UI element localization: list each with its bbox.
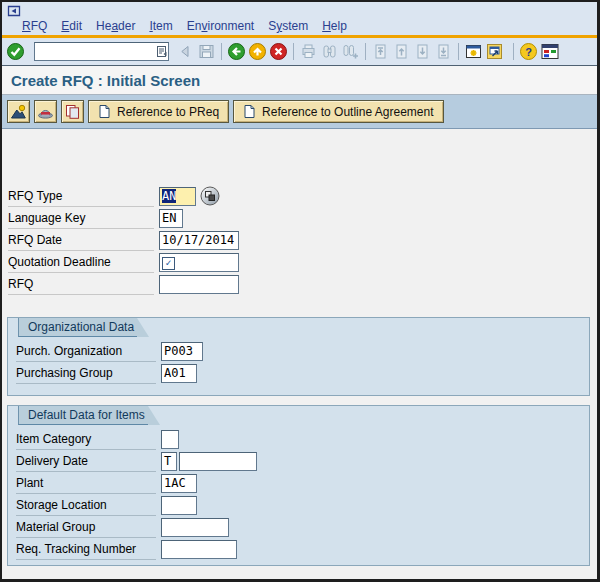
reference-to-outline-agreement-button[interactable]: Reference to Outline Agreement bbox=[233, 100, 443, 123]
storage-location-field[interactable] bbox=[161, 496, 197, 515]
button-label: Reference to Outline Agreement bbox=[262, 105, 433, 119]
purchasing-group-field[interactable]: A01 bbox=[161, 364, 197, 383]
language-key-field[interactable]: EN bbox=[159, 209, 183, 228]
copy-icon bbox=[64, 103, 81, 120]
toolbar-separator bbox=[221, 43, 222, 60]
delivery-date-field[interactable]: T bbox=[161, 452, 177, 471]
plant-label: Plant bbox=[16, 473, 156, 494]
create-shortcut-icon[interactable] bbox=[484, 41, 505, 62]
main-field-group: RFQ TypeANLanguage KeyENRFQ Date10/17/20… bbox=[8, 185, 239, 295]
document-icon bbox=[98, 104, 111, 119]
last-page-icon[interactable] bbox=[433, 41, 454, 62]
group-title: Default Data for Items bbox=[18, 406, 148, 425]
field-row: Storage Location bbox=[16, 494, 589, 516]
required-entry-icon: ✓ bbox=[162, 257, 175, 270]
window-top-strip bbox=[2, 2, 597, 17]
field-row: RFQ TypeAN bbox=[8, 185, 239, 207]
header-details-icon bbox=[10, 104, 27, 119]
page-up-icon[interactable] bbox=[391, 41, 412, 62]
group-title: Organizational Data bbox=[18, 318, 137, 337]
find-icon[interactable] bbox=[319, 41, 340, 62]
item-overview-icon bbox=[37, 104, 54, 119]
group-tab-slant bbox=[148, 406, 160, 425]
menu-item-header[interactable]: Header bbox=[89, 18, 142, 34]
command-list-icon bbox=[155, 45, 168, 58]
delivery-date-label: Delivery Date bbox=[16, 451, 156, 472]
req-tracking-number-label: Req. Tracking Number bbox=[16, 539, 156, 560]
item-category-field[interactable] bbox=[161, 430, 179, 449]
toolbar-separator bbox=[458, 43, 459, 60]
toolbar-separator bbox=[293, 43, 294, 60]
standard-toolbar: ? bbox=[2, 38, 597, 66]
organizational-data-groupbox: Organizational Data Purch. OrganizationP… bbox=[7, 317, 590, 396]
rfq-field[interactable] bbox=[159, 275, 239, 294]
field-row: RFQ bbox=[8, 273, 239, 295]
group-tab: Default Data for Items bbox=[8, 406, 589, 425]
rfq-label: RFQ bbox=[8, 274, 154, 295]
purch-organization-field[interactable]: P003 bbox=[161, 342, 203, 361]
page-title: Create RFQ : Initial Screen bbox=[11, 72, 200, 89]
field-row: Language KeyEN bbox=[8, 207, 239, 229]
title-bar: Create RFQ : Initial Screen bbox=[2, 66, 597, 95]
field-row: Item Category bbox=[16, 428, 589, 450]
menu-item-help[interactable]: Help bbox=[315, 18, 354, 34]
quotation-deadline-field[interactable]: ✓ bbox=[159, 253, 239, 272]
save-icon[interactable] bbox=[196, 41, 217, 62]
help-icon[interactable]: ? bbox=[518, 41, 539, 62]
field-row: Plant1AC bbox=[16, 472, 589, 494]
language-key-label: Language Key bbox=[8, 208, 154, 229]
field-row: Purchasing GroupA01 bbox=[16, 362, 589, 384]
button-label: Reference to PReq bbox=[117, 105, 219, 119]
page-down-icon[interactable] bbox=[412, 41, 433, 62]
req-tracking-number-field[interactable] bbox=[161, 540, 237, 559]
quotation-deadline-label: Quotation Deadline bbox=[8, 252, 154, 273]
plant-field[interactable]: 1AC bbox=[161, 474, 197, 493]
group-tab-slant bbox=[137, 318, 149, 337]
command-input[interactable] bbox=[35, 43, 155, 60]
header-details-button[interactable] bbox=[7, 100, 30, 123]
material-group-label: Material Group bbox=[16, 517, 156, 538]
toolbar-separator bbox=[513, 43, 514, 60]
material-group-field[interactable] bbox=[161, 518, 229, 537]
hide-command-field-icon[interactable] bbox=[175, 41, 196, 62]
print-icon[interactable] bbox=[298, 41, 319, 62]
enter-icon[interactable] bbox=[5, 41, 26, 62]
menu-item-environment[interactable]: Environment bbox=[180, 18, 261, 34]
selected-value: AN bbox=[162, 189, 176, 203]
exit-icon[interactable] bbox=[247, 41, 268, 62]
rfq-type-label: RFQ Type bbox=[8, 186, 154, 207]
rfq-type-field[interactable]: AN bbox=[159, 187, 196, 206]
command-field[interactable] bbox=[34, 42, 169, 61]
menu-item-edit[interactable]: Edit bbox=[54, 18, 89, 34]
new-session-icon[interactable] bbox=[463, 41, 484, 62]
back-icon[interactable] bbox=[226, 41, 247, 62]
field-row: Req. Tracking Number bbox=[16, 538, 589, 560]
storage-location-label: Storage Location bbox=[16, 495, 156, 516]
item-overview-button[interactable] bbox=[34, 100, 57, 123]
svg-text:?: ? bbox=[525, 46, 532, 58]
field-row: Delivery DateT bbox=[16, 450, 589, 472]
rfq-type-matchcode-button[interactable] bbox=[200, 186, 220, 206]
toolbar-separator bbox=[365, 43, 366, 60]
customize-layout-icon[interactable] bbox=[539, 41, 560, 62]
rfq-date-field[interactable]: 10/17/2014 bbox=[159, 231, 239, 250]
purchasing-group-label: Purchasing Group bbox=[16, 363, 156, 384]
first-page-icon[interactable] bbox=[370, 41, 391, 62]
main-content: RFQ TypeANLanguage KeyENRFQ Date10/17/20… bbox=[2, 129, 597, 579]
cancel-icon[interactable] bbox=[268, 41, 289, 62]
menu-item-rfq[interactable]: RFQ bbox=[15, 18, 54, 34]
field-row: RFQ Date10/17/2014 bbox=[8, 229, 239, 251]
menu-item-item[interactable]: Item bbox=[142, 18, 179, 34]
menu-bar: RFQEditHeaderItemEnvironmentSystemHelp bbox=[2, 17, 597, 35]
reference-to-preq-button[interactable]: Reference to PReq bbox=[88, 100, 229, 123]
find-next-icon[interactable] bbox=[340, 41, 361, 62]
group-tab: Organizational Data bbox=[8, 318, 589, 337]
application-toolbar: Reference to PReq Reference to Outline A… bbox=[2, 95, 597, 129]
field-row: Purch. OrganizationP003 bbox=[16, 340, 589, 362]
copy-button[interactable] bbox=[61, 100, 84, 123]
menu-item-system[interactable]: System bbox=[261, 18, 315, 34]
field-row: Quotation Deadline✓ bbox=[8, 251, 239, 273]
purch-organization-label: Purch. Organization bbox=[16, 341, 156, 362]
default-data-groupbox: Default Data for Items Item CategoryDeli… bbox=[7, 405, 590, 566]
delivery-date-value-field[interactable] bbox=[179, 452, 257, 471]
